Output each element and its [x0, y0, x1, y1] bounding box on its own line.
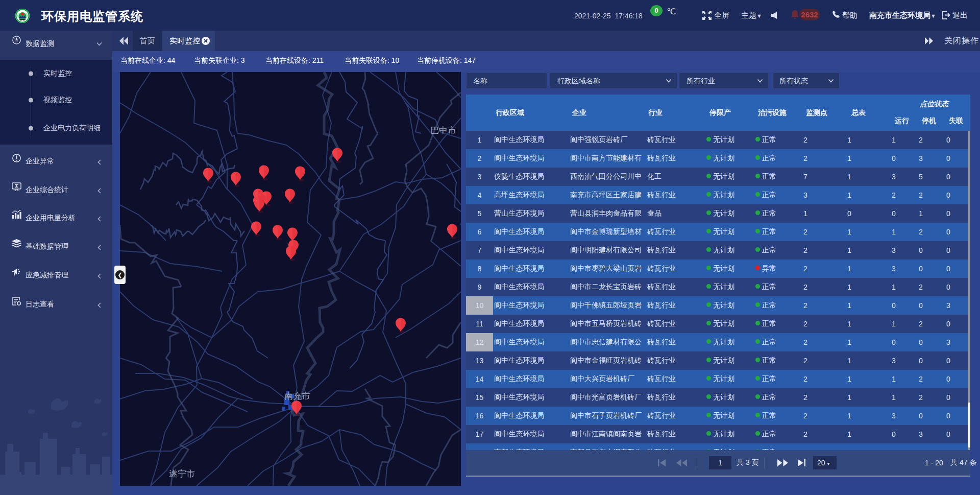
svg-text:南充市: 南充市: [284, 391, 310, 401]
svg-text:遂宁市: 遂宁市: [169, 469, 195, 479]
svg-text:巴中市: 巴中市: [430, 126, 456, 135]
